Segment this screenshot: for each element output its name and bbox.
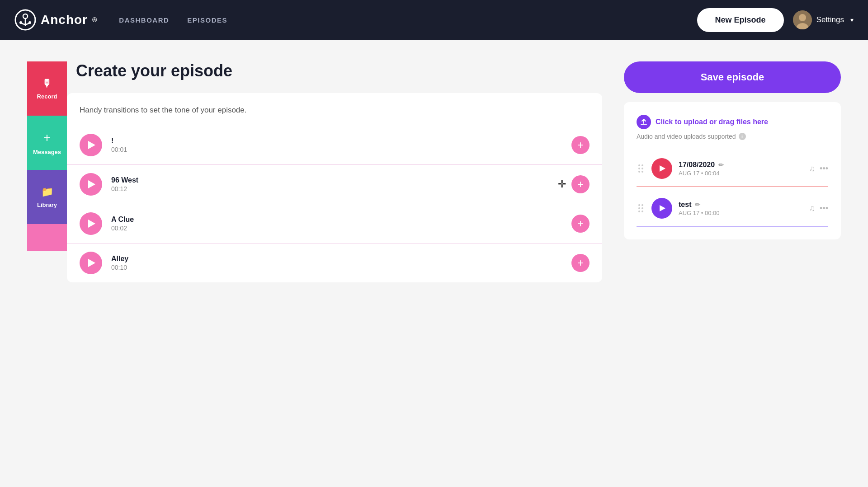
play-icon (88, 220, 95, 228)
transitions-header: Handy transitions to set the tone of you… (67, 106, 602, 126)
new-episode-button[interactable]: New Episode (697, 8, 784, 32)
track-2-duration: 00:12 (111, 185, 571, 192)
left-side: 🎙 Record + Messages 📁 Library Create you… (27, 61, 602, 282)
upload-icon (637, 115, 651, 129)
track-3-name: A Clue (111, 215, 571, 224)
episode-1-info: 17/08/2020 ✏ AUG 17 • 00:04 (679, 161, 803, 177)
transitions-panel: Handy transitions to set the tone of you… (67, 93, 602, 282)
episode-track-2: test ✏ AUG 17 • 00:00 ♫ ••• (637, 191, 828, 227)
add-track-3-button[interactable]: + (571, 215, 590, 233)
sidebar-tab-messages[interactable]: + Messages (27, 116, 67, 170)
upload-link-row: Click to upload or drag files here (637, 115, 828, 129)
play-icon (88, 180, 95, 188)
episode-2-meta: AUG 17 • 00:00 (679, 210, 803, 216)
track-1-name: ! (111, 137, 571, 145)
svg-point-6 (799, 14, 806, 21)
nav-episodes[interactable]: EPISODES (187, 16, 227, 24)
play-icon (88, 141, 95, 149)
music-icon[interactable]: ♫ (809, 204, 816, 213)
app-name: Anchor (41, 13, 88, 27)
save-episode-button[interactable]: Save episode (624, 61, 841, 93)
track-2-info: 96 West 00:12 (111, 176, 571, 192)
drag-handle-1[interactable] (637, 163, 645, 174)
svg-point-3 (19, 21, 22, 24)
right-panel: Save episode Click to upload or drag fil… (624, 61, 841, 282)
add-track-2-button[interactable]: + (571, 175, 590, 193)
page-title: Create your episode (67, 61, 602, 80)
upload-subtitle: Audio and video uploads supported i (637, 133, 828, 140)
episode-1-meta: AUG 17 • 00:04 (679, 170, 803, 177)
track-item: 96 West 00:12 ✛ + (67, 165, 602, 204)
sidebar-tab-library[interactable]: 📁 Library (27, 170, 67, 224)
drag-handle-2[interactable] (637, 202, 645, 214)
folder-icon: 📁 (41, 186, 53, 198)
music-icon[interactable]: ♫ (809, 164, 816, 173)
sidebar-tab-messages-label: Messages (33, 149, 61, 155)
play-icon (88, 259, 95, 267)
track-2-name: 96 West (111, 176, 571, 184)
settings-label: Settings (816, 15, 844, 24)
nav-links: DASHBOARD EPISODES (119, 16, 675, 24)
info-icon[interactable]: i (739, 133, 746, 140)
play-icon (660, 205, 665, 211)
anchor-logo-icon (14, 9, 36, 31)
plus-icon: + (43, 131, 51, 145)
track-4-info: Alley 00:10 (111, 255, 571, 271)
sidebar-tab-record[interactable]: 🎙 Record (27, 61, 67, 116)
play-episode-1-button[interactable] (651, 158, 672, 179)
svg-point-4 (28, 21, 31, 24)
play-button-track-4[interactable] (80, 252, 102, 274)
main-content: 🎙 Record + Messages 📁 Library Create you… (0, 40, 868, 304)
track-3-duration: 00:02 (111, 225, 571, 232)
microphone-icon: 🎙 (42, 78, 52, 89)
track-1-duration: 00:01 (111, 146, 571, 153)
play-button-track-1[interactable] (80, 134, 102, 156)
more-icon[interactable]: ••• (820, 164, 828, 173)
episode-1-title: 17/08/2020 ✏ (679, 161, 803, 169)
play-episode-2-button[interactable] (651, 198, 672, 219)
sidebar-tabs: 🎙 Record + Messages 📁 Library (27, 61, 67, 282)
upload-link-text[interactable]: Click to upload or drag files here (656, 118, 768, 126)
play-icon (660, 165, 665, 172)
sidebar-tab-library-label: Library (37, 201, 57, 208)
nav-dashboard[interactable]: DASHBOARD (119, 16, 169, 24)
logo: Anchor® (14, 9, 97, 31)
navbar: Anchor® DASHBOARD EPISODES New Episode S… (0, 0, 868, 40)
add-track-4-button[interactable]: + (571, 254, 590, 272)
nav-right: New Episode Settings ▾ (697, 8, 854, 32)
settings-area[interactable]: Settings ▾ (793, 10, 854, 29)
track-4-duration: 00:10 (111, 264, 571, 271)
avatar-image (793, 10, 812, 29)
more-icon[interactable]: ••• (820, 204, 828, 213)
track-item: Alley 00:10 + (67, 244, 602, 282)
sidebar-tab-extra[interactable] (27, 224, 67, 251)
upload-panel: Click to upload or drag files here Audio… (624, 102, 841, 239)
track-item: A Clue 00:02 + (67, 204, 602, 244)
track-3-info: A Clue 00:02 (111, 215, 571, 232)
add-track-1-button[interactable]: + (571, 136, 590, 154)
play-button-track-2[interactable] (80, 173, 102, 196)
track-item: ! 00:01 + (67, 126, 602, 165)
track-4-name: Alley (111, 255, 571, 263)
avatar (793, 10, 812, 29)
edit-icon[interactable]: ✏ (718, 161, 724, 169)
episode-track-1: 17/08/2020 ✏ AUG 17 • 00:04 ♫ ••• (637, 151, 828, 187)
sidebar-tab-record-label: Record (37, 93, 57, 100)
edit-icon[interactable]: ✏ (695, 201, 700, 208)
episode-2-actions: ♫ ••• (809, 204, 828, 213)
episode-2-title: test ✏ (679, 201, 803, 209)
chevron-down-icon: ▾ (850, 16, 854, 23)
svg-point-1 (23, 14, 28, 19)
play-button-track-3[interactable] (80, 212, 102, 235)
track-1-info: ! 00:01 (111, 137, 571, 153)
episode-2-info: test ✏ AUG 17 • 00:00 (679, 201, 803, 216)
episode-1-actions: ♫ ••• (809, 164, 828, 173)
